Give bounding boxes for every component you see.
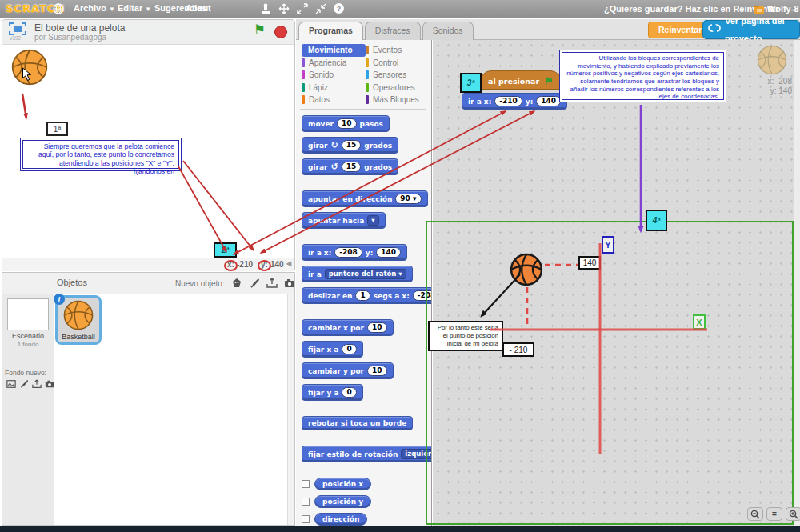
zoom-out-button[interactable] xyxy=(747,507,763,521)
palette-block-mover[interactable]: mover10pasos xyxy=(302,115,390,132)
upload-icon[interactable] xyxy=(31,378,42,389)
category-lapiz[interactable]: Lápiz xyxy=(302,82,366,94)
tab-disfraces[interactable]: Disfraces xyxy=(365,22,421,40)
scripts-scrollbar[interactable] xyxy=(794,40,800,526)
block-text: fijar x a xyxy=(308,346,338,354)
category-movimiento[interactable]: Movimiento xyxy=(302,44,366,57)
palette-block-cambiar-y-por[interactable]: cambiar y por10 xyxy=(302,362,394,379)
category-label: Movimiento xyxy=(308,46,353,54)
paintbrush-icon[interactable] xyxy=(248,277,260,289)
language-globe-icon[interactable] xyxy=(53,3,64,18)
palette-block-girar[interactable]: girar↺15grados xyxy=(302,158,398,175)
zoom-reset-button[interactable]: = xyxy=(766,507,782,521)
palette-block-rebotar-si-toca-un-borde[interactable]: rebotar si toca un borde xyxy=(302,416,413,430)
basketball-sprite[interactable] xyxy=(11,49,48,89)
block-number-input[interactable]: -210 xyxy=(494,96,522,106)
block-dropdown[interactable]: izquierda-d ▾ xyxy=(401,449,432,459)
sprite-list-scrollbar[interactable] xyxy=(287,294,294,525)
tab-programas[interactable]: Programas xyxy=(298,22,363,40)
reporter-checkbox[interactable] xyxy=(302,498,310,506)
stage-panel: v392 El bote de una pelota por Susanpeda… xyxy=(2,19,295,270)
category-operadores[interactable]: Operadores xyxy=(366,82,430,94)
palette-block-ir-a[interactable]: ir apuntero del ratón ▾ xyxy=(302,266,413,282)
category-eventos[interactable]: Eventos xyxy=(366,44,430,57)
view-project-page-button[interactable]: Ver página del proyecto xyxy=(702,20,800,39)
scratch-editor: SCRATCH Archivo ▼Editar ▼SugerenciasAbou… xyxy=(0,0,800,532)
editor-tabs: ProgramasDisfracesSonidos xyxy=(298,22,474,40)
block-dropdown[interactable]: ▾ xyxy=(367,215,378,226)
palette-block-apuntar-hacia[interactable]: apuntar hacia▾ xyxy=(302,212,386,229)
scripts-area[interactable] xyxy=(433,40,800,526)
category-mas-bloques[interactable]: Más Bloques xyxy=(366,94,430,106)
block-number-input[interactable]: 0 xyxy=(342,344,356,354)
expand-icon[interactable] xyxy=(296,2,308,14)
category-swatch xyxy=(366,83,369,92)
sprite-card-basketball[interactable]: i Basketball xyxy=(55,295,102,345)
category-sensores[interactable]: Sensores xyxy=(366,69,430,82)
shrink-icon[interactable] xyxy=(314,2,326,14)
stage-canvas[interactable]: 1ª Siempre queremos que la pelota comien… xyxy=(2,45,294,258)
help-icon[interactable]: ? xyxy=(333,2,345,14)
readout-x-value: -210 xyxy=(237,260,253,269)
block-number-input[interactable]: 10 xyxy=(337,118,357,129)
stamp-icon[interactable] xyxy=(259,2,271,14)
block-number-input[interactable]: 1 xyxy=(355,290,370,301)
palette-block-posicion-y[interactable]: posición y xyxy=(314,495,371,508)
stage-thumbnail[interactable] xyxy=(7,298,49,330)
reporter-checkbox[interactable] xyxy=(302,515,310,523)
menu-item-archivo[interactable]: Archivo ▼ xyxy=(74,3,115,13)
image-library-icon[interactable] xyxy=(6,378,16,389)
palette-block-fijar-x-a[interactable]: fijar x a0 xyxy=(302,341,363,358)
palette-block-fijar-y-a[interactable]: fijar y a0 xyxy=(302,384,363,401)
block-number-input[interactable]: 15 xyxy=(342,140,362,150)
grow-tool-icon[interactable] xyxy=(278,2,290,14)
block-number-input[interactable]: 10 xyxy=(367,366,387,376)
category-apariencia[interactable]: Apariencia xyxy=(302,57,366,70)
palette-block-apuntar-en-direccion[interactable]: apuntar en dirección90 ▾ xyxy=(302,190,428,207)
collapse-arrow[interactable]: ◀ xyxy=(286,260,291,267)
script-goto-block[interactable]: ir a x:-210y:140 xyxy=(462,93,567,110)
script-hat-block[interactable]: al presionar⚑ xyxy=(480,70,562,90)
block-number-input[interactable]: 15 xyxy=(342,162,362,172)
block-dropdown[interactable]: puntero del ratón ▾ xyxy=(325,269,406,279)
block-number-input[interactable]: -208 xyxy=(334,247,362,258)
block-number-dropdown[interactable]: 90 ▾ xyxy=(395,194,421,204)
upload-icon[interactable] xyxy=(266,277,278,289)
menu-item-about[interactable]: About xyxy=(186,3,211,13)
menu-item-editar[interactable]: Editar ▼ xyxy=(118,3,151,13)
stop-button[interactable] xyxy=(274,26,287,38)
zoom-in-button[interactable] xyxy=(786,507,800,521)
block-number-input[interactable]: 140 xyxy=(536,96,561,106)
palette-block-ir-a-x-[interactable]: ir a x:-208y:140 xyxy=(302,244,407,261)
block-number-input[interactable]: 140 xyxy=(376,247,401,258)
palette-block-girar[interactable]: girar↻15grados xyxy=(302,137,398,154)
project-author: por Susanpedagoga xyxy=(34,33,106,42)
new-backdrop-label: Fondo nuevo: xyxy=(5,369,46,377)
category-datos[interactable]: Datos xyxy=(302,94,366,106)
palette-blocks: mover10pasosgirar↻15gradosgirar↺15grados… xyxy=(302,115,432,526)
palette-block-posicion-x[interactable]: posición x xyxy=(314,478,371,490)
block-text: girar xyxy=(308,142,327,150)
camera-icon[interactable] xyxy=(283,277,295,289)
category-swatch xyxy=(302,70,305,79)
y-label-highlight-circle xyxy=(258,260,271,271)
palette-block-deslizar-en[interactable]: deslizar en1segs a x:-208y:140 xyxy=(302,287,432,304)
block-number-input[interactable]: -208 xyxy=(413,290,432,301)
paintbrush-icon[interactable] xyxy=(18,378,29,389)
palette-block-row: fijar estilo de rotaciónizquierda-d ▾ xyxy=(302,446,432,462)
category-sonido[interactable]: Sonido xyxy=(302,69,366,82)
camera-icon[interactable] xyxy=(44,378,54,389)
sprite-library-icon[interactable] xyxy=(230,277,242,289)
palette-block-direccion[interactable]: dirección xyxy=(314,513,367,526)
reporter-checkbox[interactable] xyxy=(302,480,310,488)
category-swatch xyxy=(366,46,369,54)
palette-block-row: deslizar en1segs a x:-208y:140 xyxy=(302,287,432,304)
green-flag-button[interactable]: ⚑ xyxy=(254,22,266,38)
tab-sonidos[interactable]: Sonidos xyxy=(422,22,474,40)
category-control[interactable]: Control xyxy=(366,57,430,70)
palette-block-cambiar-x-por[interactable]: cambiar x por10 xyxy=(302,319,394,336)
block-number-input[interactable]: 0 xyxy=(342,387,356,398)
palette-block-fijar-estilo-de-rotacion[interactable]: fijar estilo de rotaciónizquierda-d ▾ xyxy=(302,446,432,462)
category-swatch xyxy=(366,95,369,104)
block-number-input[interactable]: 10 xyxy=(367,322,387,333)
